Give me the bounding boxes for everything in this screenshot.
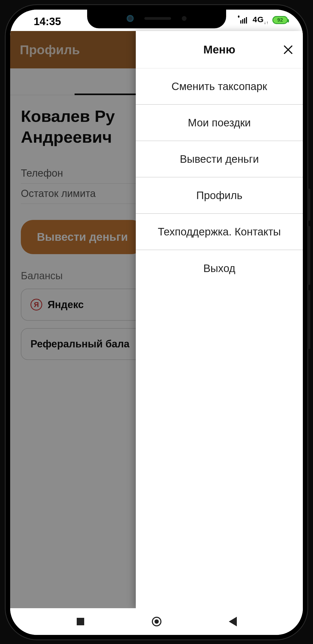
- status-clock: 14:35: [34, 15, 61, 28]
- side-button: [308, 189, 310, 221]
- menu-item-change-taxopark[interactable]: Сменить таксопарк: [136, 68, 303, 105]
- signal-icon: [238, 17, 249, 24]
- nav-recent-button[interactable]: [75, 616, 86, 627]
- side-button: [308, 290, 310, 349]
- speaker-grille: [144, 17, 171, 20]
- nav-home-button[interactable]: [151, 616, 162, 627]
- menu-item-my-trips[interactable]: Мои поездки: [136, 105, 303, 141]
- menu-item-support[interactable]: Техподдержка. Контакты: [136, 214, 303, 250]
- battery-icon: 92: [272, 16, 288, 24]
- sensor-icon: [182, 16, 187, 21]
- close-button[interactable]: [281, 43, 295, 56]
- system-navbar: [10, 608, 303, 635]
- camera-icon: [127, 15, 134, 22]
- close-icon: [283, 44, 293, 55]
- circle-icon: [152, 617, 161, 626]
- screen: 14:35 4G↓↑ 92 Профиль Инфо: [10, 10, 303, 635]
- menu-item-profile[interactable]: Профиль: [136, 177, 303, 214]
- status-right: 4G↓↑ 92: [238, 15, 288, 25]
- menu-item-withdraw[interactable]: Вывести деньги: [136, 141, 303, 177]
- app-area: Профиль Инфо Ковалев Ру Андреевич Телефо…: [10, 31, 303, 608]
- network-label: 4G↓↑: [253, 15, 269, 25]
- nav-back-button[interactable]: [227, 616, 238, 627]
- menu-item-logout[interactable]: Выход: [136, 250, 303, 286]
- menu-header: Меню: [136, 31, 303, 68]
- status-bar: 14:35 4G↓↑ 92: [10, 10, 303, 31]
- menu-drawer: Меню Сменить таксопарк Мои поездки Вывес…: [136, 31, 303, 608]
- back-triangle-icon: [229, 617, 237, 626]
- side-button: [308, 226, 310, 285]
- square-icon: [77, 618, 84, 625]
- menu-title: Меню: [203, 43, 235, 56]
- notch: [87, 10, 226, 28]
- phone-frame: 14:35 4G↓↑ 92 Профиль Инфо: [5, 4, 308, 640]
